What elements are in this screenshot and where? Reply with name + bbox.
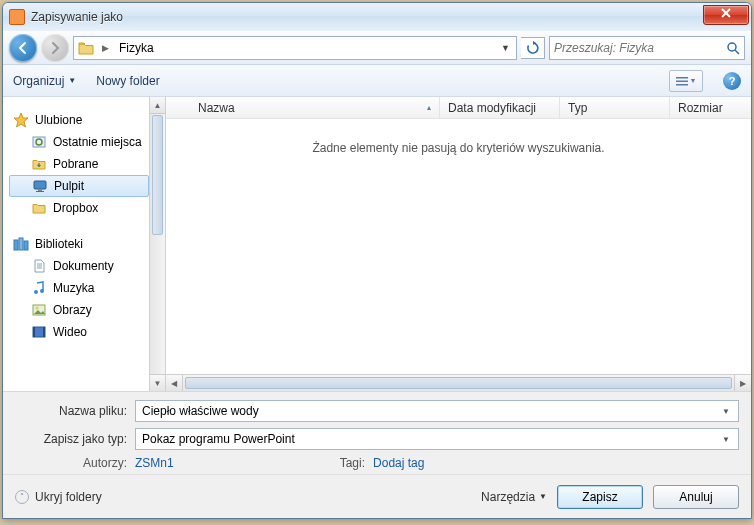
sidebar-item-documents[interactable]: Dokumenty — [9, 255, 149, 277]
svg-rect-2 — [676, 80, 688, 82]
column-type-label: Typ — [568, 97, 587, 119]
sidebar: Ulubione Ostatnie miejsca Pobrane Pulpit… — [3, 97, 149, 391]
breadcrumb-folder[interactable]: Fizyka — [117, 41, 156, 55]
tools-button[interactable]: Narzędzia ▼ — [481, 490, 547, 504]
navigation-bar: ▶ Fizyka ▼ — [3, 31, 751, 65]
column-name-label: Nazwa — [198, 97, 235, 119]
filetype-row: Zapisz jako typ: ▼ — [15, 428, 739, 450]
svg-point-0 — [728, 43, 736, 51]
sidebar-item-pictures[interactable]: Obrazy — [9, 299, 149, 321]
new-folder-label: Nowy folder — [96, 74, 159, 88]
svg-point-12 — [34, 290, 38, 294]
column-name[interactable]: Nazwa ▴ — [190, 97, 440, 118]
new-folder-button[interactable]: Nowy folder — [96, 74, 159, 88]
authors-label: Autorzy: — [15, 456, 127, 470]
nav-forward-button[interactable] — [41, 34, 69, 62]
column-size[interactable]: Rozmiar — [670, 97, 751, 118]
column-modified[interactable]: Data modyfikacji — [440, 97, 560, 118]
sidebar-item-recent[interactable]: Ostatnie miejsca — [9, 131, 149, 153]
toolbar: Organizuj ▼ Nowy folder ▼ ? — [3, 65, 751, 97]
search-box[interactable] — [549, 36, 745, 60]
svg-rect-10 — [19, 238, 23, 250]
organize-button[interactable]: Organizuj ▼ — [13, 74, 76, 88]
scroll-thumb[interactable] — [185, 377, 732, 389]
sidebar-item-videos[interactable]: Wideo — [9, 321, 149, 343]
nav-back-button[interactable] — [9, 34, 37, 62]
svg-point-15 — [36, 307, 39, 310]
sidebar-libraries[interactable]: Biblioteki — [9, 233, 149, 255]
sidebar-item-dropbox[interactable]: Dropbox — [9, 197, 149, 219]
sidebar-item-label: Pobrane — [53, 157, 98, 171]
sidebar-item-label: Obrazy — [53, 303, 92, 317]
file-listing[interactable]: Żadne elementy nie pasują do kryteriów w… — [166, 119, 751, 374]
svg-rect-11 — [24, 241, 28, 250]
sidebar-item-label: Pulpit — [54, 179, 84, 193]
svg-rect-9 — [14, 240, 18, 250]
sidebar-item-desktop[interactable]: Pulpit — [9, 175, 149, 197]
organize-label: Organizuj — [13, 74, 64, 88]
scroll-down-arrow[interactable]: ▼ — [150, 374, 165, 391]
refresh-button[interactable] — [521, 37, 545, 59]
sidebar-favorites[interactable]: Ulubione — [9, 109, 149, 131]
horizontal-scrollbar[interactable]: ◀ ▶ — [166, 374, 751, 391]
libraries-label: Biblioteki — [35, 237, 83, 251]
scroll-up-arrow[interactable]: ▲ — [150, 97, 165, 114]
filetype-dropdown[interactable]: ▼ — [720, 435, 732, 444]
svg-rect-1 — [676, 77, 688, 79]
sidebar-item-music[interactable]: Muzyka — [9, 277, 149, 299]
tags-label: Tagi: — [340, 456, 365, 470]
sidebar-item-label: Dokumenty — [53, 259, 114, 273]
column-type[interactable]: Typ — [560, 97, 670, 118]
close-button[interactable] — [703, 5, 749, 25]
filename-input[interactable] — [142, 404, 720, 418]
scroll-thumb[interactable] — [152, 115, 163, 235]
titlebar[interactable]: Zapisywanie jako — [3, 3, 751, 31]
authors-value[interactable]: ZSMn1 — [135, 456, 174, 470]
filetype-input[interactable] — [142, 432, 720, 446]
address-dropdown[interactable]: ▼ — [497, 43, 514, 53]
sidebar-scrollbar[interactable]: ▲ ▼ — [149, 97, 166, 391]
scroll-right-arrow[interactable]: ▶ — [734, 375, 751, 391]
filetype-field[interactable]: ▼ — [135, 428, 739, 450]
hide-folders-label: Ukryj foldery — [35, 490, 102, 504]
tags-value[interactable]: Dodaj tag — [373, 456, 424, 470]
empty-message: Żadne elementy nie pasują do kryteriów w… — [312, 141, 604, 155]
svg-rect-3 — [676, 84, 688, 86]
search-icon[interactable] — [726, 41, 740, 55]
help-button[interactable]: ? — [723, 72, 741, 90]
column-spacer — [166, 97, 190, 118]
scroll-left-arrow[interactable]: ◀ — [166, 375, 183, 391]
hide-folders-button[interactable]: ˄ Ukryj foldery — [15, 490, 102, 504]
file-list-area: Nazwa ▴ Data modyfikacji Typ Rozmiar Żad… — [166, 97, 751, 391]
cancel-button[interactable]: Anuluj — [653, 485, 739, 509]
filename-label: Nazwa pliku: — [15, 404, 127, 418]
body: Ulubione Ostatnie miejsca Pobrane Pulpit… — [3, 97, 751, 391]
favorites-label: Ulubione — [35, 113, 82, 127]
filename-field[interactable]: ▼ — [135, 400, 739, 422]
chevron-down-icon: ▼ — [539, 492, 547, 501]
sidebar-item-downloads[interactable]: Pobrane — [9, 153, 149, 175]
chevron-right-icon[interactable]: ▶ — [98, 43, 113, 53]
sort-indicator-icon: ▴ — [427, 97, 431, 119]
app-icon — [9, 9, 25, 25]
address-bar[interactable]: ▶ Fizyka ▼ — [73, 36, 517, 60]
folder-icon — [31, 200, 47, 216]
save-form: Nazwa pliku: ▼ Zapisz jako typ: ▼ Autorz… — [3, 391, 751, 474]
search-input[interactable] — [554, 41, 722, 55]
sidebar-item-label: Wideo — [53, 325, 87, 339]
libraries-group: Biblioteki Dokumenty Muzyka Obrazy Wideo — [9, 233, 149, 343]
document-icon — [31, 258, 47, 274]
filename-dropdown[interactable]: ▼ — [720, 407, 732, 416]
svg-rect-6 — [34, 181, 46, 189]
svg-point-13 — [40, 289, 44, 293]
column-size-label: Rozmiar — [678, 97, 723, 119]
music-icon — [31, 280, 47, 296]
desktop-icon — [32, 178, 48, 194]
column-modified-label: Data modyfikacji — [448, 97, 536, 119]
svg-rect-8 — [36, 191, 44, 192]
view-options-button[interactable]: ▼ — [669, 70, 703, 92]
save-button[interactable]: Zapisz — [557, 485, 643, 509]
column-headers: Nazwa ▴ Data modyfikacji Typ Rozmiar — [166, 97, 751, 119]
filetype-label: Zapisz jako typ: — [15, 432, 127, 446]
folder-icon — [78, 40, 94, 56]
